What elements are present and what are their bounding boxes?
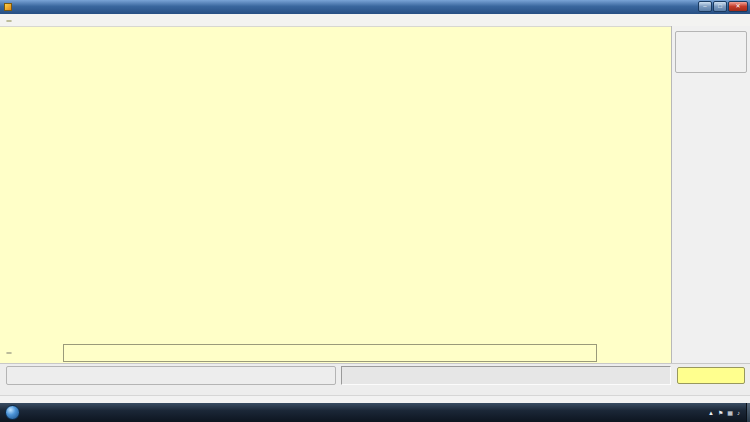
chart-legend: [63, 344, 597, 362]
system-tray: ▲ ⚑ ▦ ♪: [704, 403, 744, 422]
app-icon: [4, 3, 12, 11]
network-icon[interactable]: ▦: [727, 410, 733, 416]
taskbar: ▲ ⚑ ▦ ♪: [0, 403, 750, 422]
hidden-icons-chevron-icon[interactable]: ▲: [708, 410, 714, 416]
ready-status: [0, 395, 750, 403]
frequency-response-chart[interactable]: [0, 26, 750, 363]
start-button-icon[interactable]: [5, 405, 20, 420]
bottom-panel: [0, 363, 750, 395]
maximize-button[interactable]: □: [713, 1, 727, 12]
action-center-flag-icon[interactable]: ⚑: [718, 410, 723, 416]
audiolense-window: – □ ✕: [0, 0, 750, 422]
chart-view-group: [675, 31, 747, 73]
sidebar: [671, 26, 750, 363]
close-button[interactable]: ✕: [728, 1, 748, 12]
title-bar[interactable]: – □ ✕: [0, 0, 750, 14]
show-desktop-button[interactable]: [746, 403, 750, 422]
bottom-chart-view-group: [6, 366, 336, 385]
current-frequency-panel: [341, 366, 671, 385]
minimize-button[interactable]: –: [698, 1, 712, 12]
exit-button[interactable]: [677, 367, 745, 384]
mag-label[interactable]: [6, 20, 12, 22]
volume-icon[interactable]: ♪: [737, 410, 740, 416]
legend-row-2: [66, 354, 594, 362]
legend-row-1: [66, 346, 594, 354]
